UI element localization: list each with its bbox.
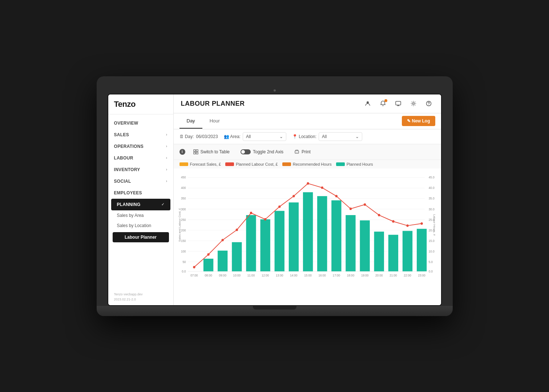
svg-text:200: 200: [181, 228, 186, 232]
svg-text:18:00: 18:00: [347, 274, 354, 277]
legend-planned-labour: Planned Labour Cost, £: [225, 162, 278, 166]
legend-label-labour: Planned Labour Cost, £: [236, 162, 278, 166]
legend-recommended-hours: Recommended Hours: [282, 162, 332, 166]
svg-text:40.0: 40.0: [428, 186, 434, 190]
svg-text:300: 300: [181, 207, 186, 211]
chevron-down-icon: ⌄: [279, 134, 283, 139]
info-icon[interactable]: i: [179, 149, 185, 155]
switch-table-button[interactable]: Switch to Table: [190, 148, 233, 156]
location-label: 📍 Location:: [292, 134, 316, 139]
sidebar-item-operations[interactable]: OPERATIONS ›: [108, 141, 173, 152]
line-dot: [292, 195, 295, 197]
sidebar-item-planning[interactable]: PLANNING ✓: [111, 199, 170, 210]
line-dot: [406, 224, 408, 227]
line-dot: [278, 205, 280, 208]
sidebar-subitem-sales-by-location[interactable]: Sales by Location: [108, 221, 173, 231]
sidebar-subitem-sales-by-area[interactable]: Sales by Area: [108, 210, 173, 221]
svg-rect-47: [246, 215, 256, 271]
legend-label-planned: Planned Hours: [347, 162, 373, 166]
svg-text:350: 350: [181, 197, 186, 200]
line-dot: [378, 214, 380, 216]
sidebar-nav: OVERVIEW SALES › OPERATIONS › LABOUR ›: [108, 114, 173, 289]
svg-text:150: 150: [181, 239, 186, 242]
day-value: 06/03/2023: [196, 134, 218, 139]
gear-icon[interactable]: [408, 98, 419, 109]
chart-legend: Forecast Sales, £ Planned Labour Cost, £…: [174, 160, 441, 169]
svg-text:50: 50: [182, 260, 186, 263]
app-container: Tenzo OVERVIEW SALES › OPERATIONS ›: [108, 94, 441, 305]
tab-hour[interactable]: Hour: [202, 114, 227, 129]
line-dot: [363, 203, 366, 206]
monitor-icon[interactable]: [393, 98, 403, 109]
svg-text:15:00: 15:00: [304, 274, 312, 277]
svg-text:250: 250: [181, 218, 186, 221]
line-dot: [321, 186, 323, 189]
area-select[interactable]: All ⌄: [243, 132, 286, 141]
chart-svg: 450 400 350 300 250 200 150 100 50 0.0 S…: [177, 172, 435, 281]
svg-rect-55: [360, 220, 370, 271]
svg-text:21:00: 21:00: [389, 274, 397, 277]
sidebar-item-employees[interactable]: EMPLOYEES: [108, 187, 173, 199]
svg-text:45.0: 45.0: [428, 175, 434, 179]
laptop-base: [97, 306, 453, 316]
svg-text:400: 400: [181, 186, 186, 190]
svg-text:0.0: 0.0: [182, 269, 186, 273]
svg-text:11:00: 11:00: [247, 274, 255, 277]
sidebar-item-overview[interactable]: OVERVIEW: [108, 117, 173, 129]
sidebar-subitem-labour-planner[interactable]: Labour Planner: [113, 232, 169, 242]
day-filter[interactable]: 🗓 Day: 06/03/2023: [179, 134, 218, 139]
svg-rect-53: [331, 200, 341, 271]
user-icon[interactable]: [363, 98, 373, 109]
svg-rect-6: [196, 150, 198, 151]
header: LABOUR PLANNER: [174, 94, 441, 113]
tab-day[interactable]: Day: [179, 114, 202, 129]
svg-rect-45: [218, 250, 227, 271]
location-filter[interactable]: 📍 Location: All ⌄: [292, 132, 362, 141]
sidebar-item-inventory[interactable]: INVENTORY ›: [108, 164, 173, 175]
svg-text:Sales and Labour Cost, £: Sales and Labour Cost, £: [178, 208, 181, 242]
svg-rect-44: [203, 259, 213, 271]
svg-point-0: [367, 101, 369, 104]
legend-planned-hours: Planned Hours: [336, 162, 373, 166]
camera-dot: [274, 89, 276, 92]
svg-rect-10: [296, 152, 298, 153]
tabs-container: Day Hour: [179, 114, 227, 128]
svg-text:450: 450: [181, 175, 186, 179]
area-filter[interactable]: 👥 Area: All ⌄: [224, 132, 286, 141]
print-button[interactable]: Print: [291, 148, 314, 156]
svg-text:12:00: 12:00: [261, 274, 269, 277]
new-log-button[interactable]: ✎ New Log: [402, 116, 435, 126]
chevron-right-icon: ›: [166, 156, 167, 160]
svg-text:30.0: 30.0: [428, 207, 434, 211]
sidebar-item-sales[interactable]: SALES ›: [108, 129, 173, 141]
chart-container: 450 400 350 300 250 200 150 100 50 0.0 S…: [177, 172, 435, 281]
chart-bars: [203, 192, 426, 271]
bell-icon[interactable]: [378, 98, 388, 109]
svg-text:10.0: 10.0: [428, 249, 434, 253]
sidebar-item-label: PLANNING: [117, 202, 141, 207]
main-content: LABOUR PLANNER: [174, 94, 441, 305]
laptop-screen: Tenzo OVERVIEW SALES › OPERATIONS ›: [108, 94, 442, 306]
legend-color-forecast: [179, 162, 188, 166]
legend-label-recommended: Recommended Hours: [293, 162, 332, 166]
svg-rect-51: [303, 192, 312, 271]
svg-text:23:00: 23:00: [418, 274, 425, 277]
line-dot: [307, 182, 309, 185]
notification-badge: [384, 99, 387, 102]
line-dot: [207, 253, 209, 256]
svg-text:20:00: 20:00: [375, 274, 383, 277]
sidebar-logo: Tenzo: [108, 94, 173, 114]
sidebar-item-labour[interactable]: LABOUR ›: [108, 152, 173, 164]
svg-rect-59: [417, 229, 427, 271]
chevron-right-icon: ›: [166, 179, 167, 183]
legend-color-recommended: [282, 162, 291, 166]
header-icons: [363, 98, 434, 109]
location-select[interactable]: All ⌄: [319, 132, 362, 141]
tabs-bar: Day Hour ✎ New Log: [174, 113, 441, 129]
sidebar-item-label: SALES: [114, 132, 129, 137]
svg-text:09:00: 09:00: [219, 274, 226, 277]
svg-rect-58: [402, 231, 412, 271]
toggle-2nd-axis-button[interactable]: Toggle 2nd Axis: [238, 148, 286, 156]
sidebar-item-social[interactable]: SOCIAL ›: [108, 175, 173, 187]
help-icon[interactable]: [424, 98, 434, 109]
